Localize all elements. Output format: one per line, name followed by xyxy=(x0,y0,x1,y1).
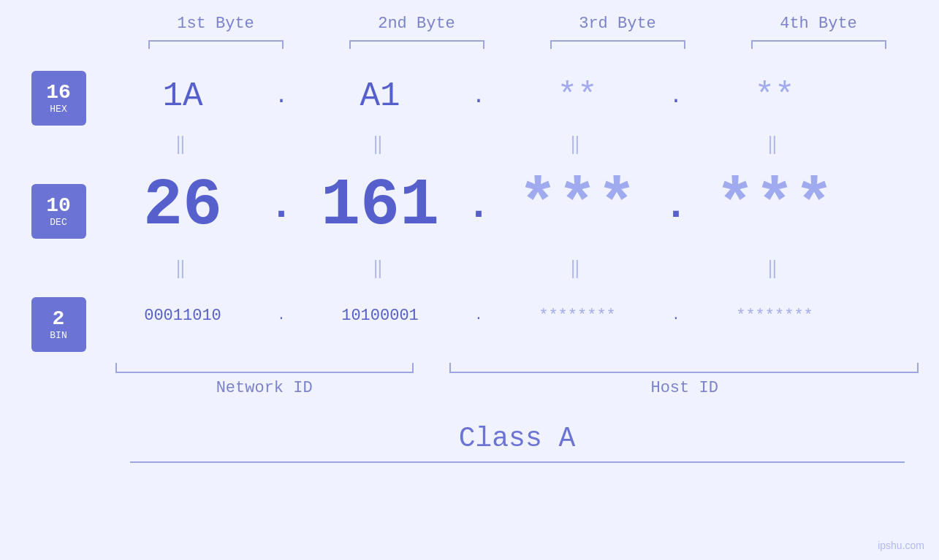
host-bracket xyxy=(449,363,919,373)
bracket-byte4 xyxy=(751,40,886,49)
hex-badge-number: 16 xyxy=(46,82,71,104)
content-area: 16 HEX 10 DEC 2 BIN 1A . A1 xyxy=(0,64,939,359)
bin-badge-label: BIN xyxy=(50,330,66,341)
bracket-byte1 xyxy=(148,40,284,49)
dec-dot2: . xyxy=(460,183,497,229)
hex-dot3: . xyxy=(658,84,694,109)
bottom-brackets xyxy=(115,363,919,373)
sep1-byte1: ‖ xyxy=(102,134,263,155)
bin-byte4: ******** xyxy=(694,307,855,325)
hex-dot2: . xyxy=(460,84,497,109)
badges-column: 16 HEX 10 DEC 2 BIN xyxy=(0,64,102,359)
top-brackets xyxy=(115,40,919,49)
dec-byte1: 26 xyxy=(102,169,263,243)
sep2-byte2: ‖ xyxy=(300,258,460,279)
bin-badge: 2 BIN xyxy=(31,297,86,352)
bin-byte2: 10100001 xyxy=(300,307,460,325)
byte4-header: 4th Byte xyxy=(738,15,899,33)
dec-dot3: . xyxy=(658,183,694,229)
bin-dot2: . xyxy=(460,308,497,323)
class-bar: Class A xyxy=(130,423,905,454)
bracket-gap xyxy=(414,363,449,373)
dec-byte4: *** xyxy=(694,169,855,243)
dec-dot1: . xyxy=(263,183,300,229)
dec-row: 26 . 161 . *** . *** xyxy=(102,158,939,253)
sep1-byte4: ‖ xyxy=(694,134,855,155)
bracket-byte2 xyxy=(349,40,484,49)
bin-dot3: . xyxy=(658,308,694,323)
hex-badge-label: HEX xyxy=(50,104,66,115)
bottom-labels: Network ID Host ID xyxy=(115,379,919,397)
bin-row: 00011010 . 10100001 . ******** . *******… xyxy=(102,283,939,348)
watermark: ipshu.com xyxy=(878,540,924,551)
network-bracket xyxy=(115,363,414,373)
hex-byte3: ** xyxy=(497,77,658,115)
hex-dot1: . xyxy=(263,84,300,109)
byte2-header: 2nd Byte xyxy=(336,15,497,33)
byte3-header: 3rd Byte xyxy=(537,15,698,33)
dec-badge-label: DEC xyxy=(50,217,66,228)
class-section: Class A xyxy=(130,412,905,463)
bin-byte1: 00011010 xyxy=(102,307,263,325)
sep1-byte2: ‖ xyxy=(300,134,460,155)
sep2-byte1: ‖ xyxy=(102,258,263,279)
hex-badge: 16 HEX xyxy=(31,71,86,126)
class-label: Class A xyxy=(459,423,576,454)
sep2-byte3: ‖ xyxy=(497,258,658,279)
dec-byte2: 161 xyxy=(300,169,460,243)
hex-byte1: 1A xyxy=(102,77,263,115)
host-id-label: Host ID xyxy=(450,379,919,397)
byte1-header: 1st Byte xyxy=(135,15,296,33)
bottom-section: Network ID Host ID xyxy=(115,363,919,397)
byte-headers: 1st Byte 2nd Byte 3rd Byte 4th Byte xyxy=(115,15,919,33)
rows-area: 1A . A1 . ** . ** ‖ ‖ ‖ ‖ 26 . xyxy=(102,64,939,359)
sep1-byte3: ‖ xyxy=(497,134,658,155)
separator-row-2: ‖ ‖ ‖ ‖ xyxy=(102,253,939,283)
hex-byte4: ** xyxy=(694,77,855,115)
hex-row: 1A . A1 . ** . ** xyxy=(102,64,939,129)
bracket-byte3 xyxy=(550,40,685,49)
bin-badge-number: 2 xyxy=(53,308,65,331)
main-container: 1st Byte 2nd Byte 3rd Byte 4th Byte 16 H… xyxy=(0,0,939,560)
dec-badge-number: 10 xyxy=(46,195,71,218)
dec-badge: 10 DEC xyxy=(31,184,86,239)
bin-dot1: . xyxy=(263,308,300,323)
separator-row-1: ‖ ‖ ‖ ‖ xyxy=(102,129,939,158)
hex-byte2: A1 xyxy=(300,77,460,115)
network-id-label: Network ID xyxy=(115,379,414,397)
dec-byte3: *** xyxy=(497,169,658,243)
sep2-byte4: ‖ xyxy=(694,258,855,279)
bin-byte3: ******** xyxy=(497,307,658,325)
